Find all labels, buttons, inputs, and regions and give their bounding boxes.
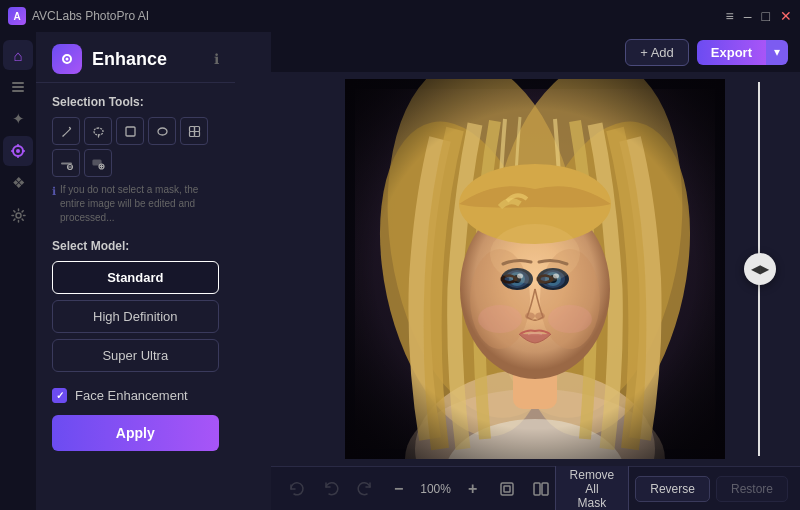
zoom-out-btn[interactable]: − bbox=[385, 475, 413, 503]
selection-tools-group bbox=[52, 117, 219, 177]
export-button[interactable]: Export bbox=[697, 40, 766, 65]
apply-button[interactable]: Apply bbox=[52, 415, 219, 451]
sidebar-wrapper: ⌂ ✦ ❖ bbox=[0, 32, 235, 510]
fit-screen-btn[interactable] bbox=[493, 475, 521, 503]
hint-text-content: If you do not select a mask, the entire … bbox=[60, 183, 219, 225]
face-enhancement-checkbox[interactable] bbox=[52, 388, 67, 403]
rail-layers[interactable]: ❖ bbox=[3, 168, 33, 198]
content-area: + Add Export ▾ bbox=[271, 32, 800, 510]
svg-rect-17 bbox=[194, 131, 199, 136]
title-bar-left: A AVCLabs PhotoPro AI bbox=[8, 7, 149, 25]
model-label: Select Model: bbox=[52, 239, 219, 253]
export-group: Export ▾ bbox=[697, 40, 788, 65]
compare-view-btn[interactable] bbox=[527, 475, 555, 503]
rail-home[interactable]: ⌂ bbox=[3, 40, 33, 70]
sidebar-header-left: Enhance bbox=[52, 44, 167, 74]
minimize-button[interactable]: – bbox=[744, 9, 752, 23]
slider-arrows: ◀▶ bbox=[751, 262, 769, 276]
svg-rect-0 bbox=[12, 82, 24, 84]
undo-btn[interactable] bbox=[317, 475, 345, 503]
bottom-tools-left: − 100% + bbox=[283, 475, 555, 503]
tool-lasso[interactable] bbox=[84, 117, 112, 145]
tool-brush-plus[interactable] bbox=[84, 149, 112, 177]
svg-rect-14 bbox=[189, 126, 194, 131]
svg-rect-15 bbox=[194, 126, 199, 131]
face-enhancement-row: Face Enhancement bbox=[52, 388, 219, 403]
main-container: ⌂ ✦ ❖ bbox=[0, 32, 800, 510]
zoom-level: 100% bbox=[417, 482, 455, 496]
svg-rect-52 bbox=[501, 483, 513, 495]
bottom-actions-right: Remove All Mask Reverse Restore bbox=[555, 462, 788, 511]
rail-menu[interactable] bbox=[3, 72, 33, 102]
zoom-control: − 100% + bbox=[385, 475, 487, 503]
maximize-button[interactable]: □ bbox=[762, 9, 770, 23]
face-enhancement-label: Face Enhancement bbox=[75, 388, 188, 403]
title-bar: A AVCLabs PhotoPro AI ≡ – □ ✕ bbox=[0, 0, 800, 32]
top-bar: + Add Export ▾ bbox=[271, 32, 800, 72]
sidebar-title: Enhance bbox=[92, 49, 167, 70]
tool-magic[interactable] bbox=[180, 117, 208, 145]
app-title: AVCLabs PhotoPro AI bbox=[32, 9, 149, 23]
comparison-slider-handle[interactable]: ◀▶ bbox=[744, 253, 776, 285]
info-icon[interactable]: ℹ bbox=[214, 51, 219, 67]
tool-ellipse[interactable] bbox=[148, 117, 176, 145]
svg-rect-2 bbox=[12, 90, 24, 92]
rail-settings[interactable] bbox=[3, 200, 33, 230]
svg-rect-55 bbox=[542, 483, 548, 495]
rotate-left-btn[interactable] bbox=[283, 475, 311, 503]
reverse-btn[interactable]: Reverse bbox=[635, 476, 710, 502]
icon-rail: ⌂ ✦ ❖ bbox=[0, 32, 36, 510]
svg-point-9 bbox=[16, 213, 21, 218]
export-chevron[interactable]: ▾ bbox=[766, 40, 788, 65]
sidebar-inner: Enhance ℹ Selection Tools: bbox=[36, 32, 235, 510]
svg-rect-16 bbox=[189, 131, 194, 136]
hint-icon: ℹ bbox=[52, 184, 56, 199]
selection-hint: ℹ If you do not select a mask, the entir… bbox=[52, 183, 219, 225]
svg-rect-1 bbox=[12, 86, 24, 88]
model-hd-btn[interactable]: High Definition bbox=[52, 300, 219, 333]
tool-brush-minus[interactable] bbox=[52, 149, 80, 177]
close-button[interactable]: ✕ bbox=[780, 9, 792, 23]
zoom-in-btn[interactable]: + bbox=[459, 475, 487, 503]
canvas-area: ◀▶ bbox=[271, 72, 800, 466]
svg-point-4 bbox=[16, 149, 20, 153]
image-container bbox=[345, 79, 725, 459]
sidebar-header: Enhance ℹ bbox=[36, 32, 235, 83]
menu-icon[interactable]: ≡ bbox=[726, 9, 734, 23]
svg-point-11 bbox=[66, 58, 69, 61]
rail-enhance[interactable] bbox=[3, 136, 33, 166]
portrait-image bbox=[345, 79, 725, 459]
title-bar-controls: ≡ – □ ✕ bbox=[726, 9, 792, 23]
rail-star[interactable]: ✦ bbox=[3, 104, 33, 134]
model-standard-btn[interactable]: Standard bbox=[52, 261, 219, 294]
sidebar-content: Selection Tools: bbox=[36, 83, 235, 510]
add-button[interactable]: + Add bbox=[625, 39, 689, 66]
svg-rect-54 bbox=[534, 483, 540, 495]
restore-btn[interactable]: Restore bbox=[716, 476, 788, 502]
svg-rect-53 bbox=[504, 486, 510, 492]
sidebar-enhance-icon bbox=[52, 44, 82, 74]
tool-pen[interactable] bbox=[52, 117, 80, 145]
svg-rect-51 bbox=[345, 79, 725, 459]
svg-rect-12 bbox=[126, 127, 135, 136]
app-icon: A bbox=[8, 7, 26, 25]
bottom-toolbar: − 100% + Remove bbox=[271, 466, 800, 510]
redo-btn[interactable] bbox=[351, 475, 379, 503]
tool-rect[interactable] bbox=[116, 117, 144, 145]
remove-all-mask-btn[interactable]: Remove All Mask bbox=[555, 462, 630, 511]
selection-tools-label: Selection Tools: bbox=[52, 95, 219, 109]
model-ultra-btn[interactable]: Super Ultra bbox=[52, 339, 219, 372]
svg-point-13 bbox=[158, 128, 167, 135]
